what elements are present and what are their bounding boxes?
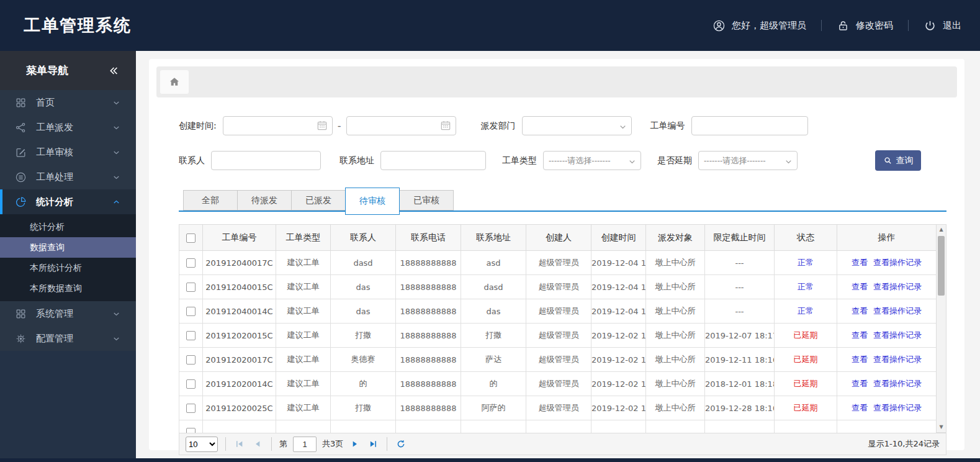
- user-icon: [713, 19, 726, 32]
- breadcrumb-home-button[interactable]: [160, 70, 189, 94]
- view-log-link[interactable]: 查看操作记录: [873, 379, 922, 388]
- sidebar-nav: 首页 工单派发 工单审核 工单处理: [0, 90, 136, 351]
- create-time-end-input[interactable]: [346, 116, 456, 135]
- row-checkbox[interactable]: [186, 307, 196, 316]
- sidebar-header: 菜单导航: [0, 51, 136, 90]
- tab-reviewed[interactable]: 已审核: [399, 190, 454, 211]
- submenu-item-local-data-query[interactable]: 本所数据查询: [0, 278, 136, 299]
- sidebar-item-home[interactable]: 首页: [0, 90, 136, 115]
- date-range-separator: -: [338, 120, 341, 132]
- logout-label: 退出: [943, 20, 961, 32]
- tab-dispatched[interactable]: 已派发: [291, 190, 346, 211]
- dispatch-dept-select[interactable]: [522, 116, 632, 135]
- page-prefix-label: 第: [279, 438, 287, 450]
- scroll-up-icon[interactable]: ▲: [939, 225, 943, 235]
- sidebar-item-statistics[interactable]: 统计分析: [0, 189, 136, 214]
- view-link[interactable]: 查看: [852, 282, 868, 291]
- app-title: 工单管理系统: [24, 14, 132, 37]
- contact-input[interactable]: [211, 151, 321, 170]
- next-page-icon: [351, 440, 359, 448]
- view-log-link[interactable]: 查看操作记录: [873, 258, 922, 267]
- cell-address: dasd: [461, 275, 526, 299]
- topbar-divider: [908, 20, 909, 31]
- scrollbar-thumb[interactable]: [938, 236, 945, 296]
- change-password-button[interactable]: 修改密码: [837, 19, 893, 32]
- row-checkbox[interactable]: [186, 258, 196, 268]
- sidebar-item-label: 工单处理: [36, 171, 112, 183]
- row-checkbox[interactable]: [186, 355, 196, 365]
- col-contact: 联系人: [331, 225, 396, 251]
- first-page-button[interactable]: [233, 438, 246, 450]
- select-all-checkbox[interactable]: [186, 233, 196, 243]
- sidebar-item-config[interactable]: 配置管理: [0, 326, 136, 351]
- view-log-link[interactable]: 查看操作记录: [873, 306, 922, 315]
- address-label: 联系地址: [339, 155, 374, 166]
- cell-dispatch: 墩上中心所: [646, 324, 705, 348]
- scroll-down-icon[interactable]: ▼: [939, 422, 943, 432]
- row-checkbox[interactable]: [186, 404, 196, 413]
- row-checkbox[interactable]: [186, 283, 196, 292]
- cell-order-type: 建议工单: [276, 372, 331, 396]
- chevron-down-icon: [112, 334, 121, 343]
- view-link[interactable]: 查看: [852, 379, 868, 388]
- row-checkbox[interactable]: [186, 331, 196, 340]
- tab-pending-dispatch[interactable]: 待派发: [237, 190, 292, 211]
- search-button[interactable]: 查询: [875, 150, 921, 171]
- grid-icon: [15, 308, 27, 320]
- vertical-scrollbar[interactable]: ▲ ▼: [936, 224, 946, 433]
- cell-order-type: 建议工单: [276, 299, 331, 324]
- view-link[interactable]: 查看: [852, 355, 868, 364]
- last-page-button[interactable]: [367, 438, 379, 450]
- order-no-input[interactable]: [691, 116, 808, 135]
- submenu-item-statistics[interactable]: 统计分析: [0, 217, 136, 237]
- sidebar-item-dispatch[interactable]: 工单派发: [0, 115, 136, 140]
- refresh-button[interactable]: [395, 438, 407, 450]
- create-time-start-input[interactable]: [223, 116, 333, 135]
- sidebar-item-label: 配置管理: [36, 333, 112, 345]
- delay-select[interactable]: -------请选择-------: [698, 151, 798, 170]
- collapse-sidebar-icon[interactable]: [107, 65, 120, 77]
- cell-created: 2019-12-02 17: [591, 396, 646, 420]
- cell-contact: 奥德赛: [331, 348, 396, 372]
- share-icon: [15, 122, 27, 134]
- order-type-select[interactable]: -------请选择-------: [543, 151, 641, 170]
- table-row-partial: [179, 420, 937, 433]
- next-page-button[interactable]: [349, 438, 361, 450]
- address-input[interactable]: [380, 151, 486, 170]
- cell-creator: 超级管理员: [526, 348, 591, 372]
- col-address: 联系地址: [461, 225, 526, 251]
- cell-contact: das: [331, 299, 396, 324]
- prev-page-button[interactable]: [251, 438, 264, 450]
- view-log-link[interactable]: 查看操作记录: [873, 403, 922, 412]
- view-link[interactable]: 查看: [852, 403, 868, 412]
- delay-label: 是否延期: [657, 155, 692, 166]
- view-link[interactable]: 查看: [852, 330, 868, 340]
- create-time-start-wrap: [223, 116, 333, 135]
- tab-pending-review[interactable]: 待审核: [345, 188, 400, 215]
- sidebar-item-process[interactable]: 工单处理: [0, 165, 136, 189]
- status-badge: 已延期: [775, 348, 837, 372]
- view-log-link[interactable]: 查看操作记录: [873, 355, 922, 364]
- sidebar-item-system[interactable]: 系统管理: [0, 301, 136, 326]
- tab-all[interactable]: 全部: [183, 190, 238, 211]
- submenu-item-data-query[interactable]: 数据查询: [0, 237, 136, 258]
- page-number-input[interactable]: [293, 437, 317, 452]
- submenu-item-local-statistics[interactable]: 本所统计分析: [0, 258, 136, 278]
- filter-row-2: 联系人 联系地址 工单类型 -------请选择------- 是否延期 ---…: [179, 150, 957, 171]
- user-greeting[interactable]: 您好，超级管理员: [713, 19, 806, 32]
- cell-creator: 超级管理员: [526, 396, 591, 420]
- view-link[interactable]: 查看: [852, 306, 868, 315]
- orders-table: 工单编号 工单类型 联系人 联系电话 联系地址 创建人 创建时间 派发对象 限定…: [179, 224, 937, 433]
- cell-deadline: 2019-12-07 18:17: [705, 324, 775, 348]
- row-checkbox[interactable]: [186, 379, 196, 389]
- view-log-link[interactable]: 查看操作记录: [873, 282, 922, 291]
- cell-address: das: [461, 299, 526, 324]
- row-checkbox[interactable]: [186, 428, 196, 433]
- view-log-link[interactable]: 查看操作记录: [873, 330, 922, 340]
- sidebar-item-label: 工单派发: [36, 122, 112, 134]
- sidebar-item-review[interactable]: 工单审核: [0, 140, 136, 165]
- cell-order-no: 201912020015C: [203, 324, 276, 348]
- page-size-select[interactable]: 10: [186, 437, 218, 452]
- view-link[interactable]: 查看: [852, 258, 868, 267]
- logout-button[interactable]: 退出: [924, 19, 961, 32]
